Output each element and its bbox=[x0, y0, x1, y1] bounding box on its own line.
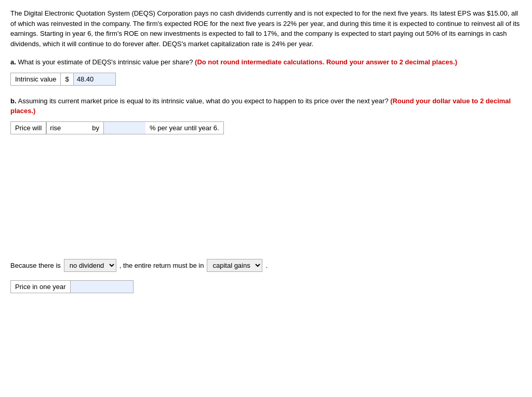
intrinsic-value-row: Intrinsic value $ bbox=[10, 73, 116, 86]
because-prefix: Because there is bbox=[10, 262, 61, 269]
because-section: Because there is no dividend a dividend … bbox=[10, 259, 522, 272]
question-b-block: b. Assuming its current market price is … bbox=[10, 96, 522, 134]
price-will-row: Price will by % per year until year 6. bbox=[10, 121, 224, 134]
because-suffix: . bbox=[265, 262, 268, 269]
spacer bbox=[10, 145, 522, 259]
question-a-bold: (Do not round intermediate calculations.… bbox=[195, 58, 457, 66]
intrinsic-value-label: Intrinsic value bbox=[11, 73, 61, 85]
price-one-year-input[interactable] bbox=[71, 281, 133, 293]
question-b-text: Assuming its current market price is equ… bbox=[17, 97, 391, 105]
question-a-text: What is your estimate of DEQS's intrinsi… bbox=[16, 58, 195, 66]
price-will-label: Price will bbox=[11, 122, 46, 134]
price-one-year-label: Price in one year bbox=[11, 281, 71, 293]
intro-paragraph: The Digital Electronic Quotation System … bbox=[10, 8, 522, 49]
no-dividend-dropdown[interactable]: no dividend a dividend bbox=[64, 259, 116, 272]
question-b-prefix: b. bbox=[10, 97, 17, 105]
price-one-year-row: Price in one year bbox=[10, 280, 134, 293]
rise-input[interactable] bbox=[46, 122, 88, 134]
capital-gains-dropdown[interactable]: capital gains dividends bbox=[207, 259, 262, 272]
question-a-label: a. What is your estimate of DEQS's intri… bbox=[10, 57, 522, 67]
by-label: by bbox=[88, 122, 104, 134]
percent-input[interactable] bbox=[104, 122, 145, 134]
per-year-label: % per year until year 6. bbox=[145, 122, 223, 134]
question-a-prefix: a. bbox=[10, 58, 16, 66]
question-a-block: a. What is your estimate of DEQS's intri… bbox=[10, 57, 522, 86]
intrinsic-value-input[interactable] bbox=[74, 73, 115, 85]
question-b-label: b. Assuming its current market price is … bbox=[10, 96, 522, 116]
because-middle: , the entire return must be in bbox=[119, 262, 204, 269]
dollar-sign: $ bbox=[61, 73, 73, 85]
